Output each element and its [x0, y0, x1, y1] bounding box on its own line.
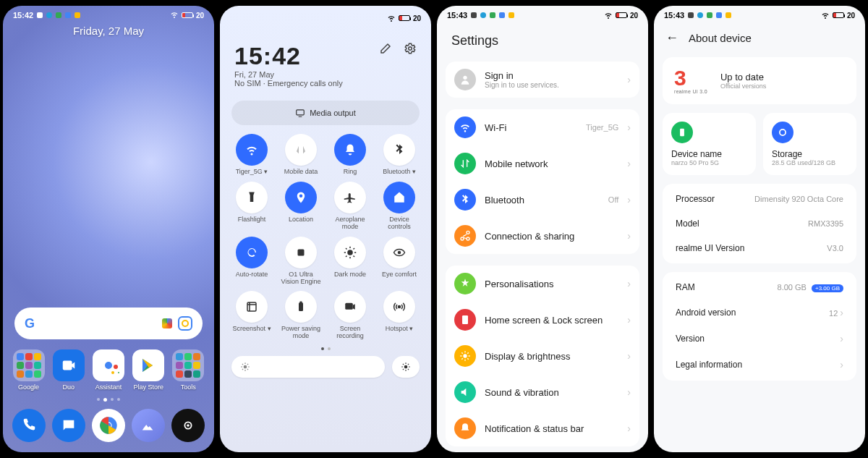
row-icon	[454, 273, 476, 294]
lock-date: Friday, 27 May	[3, 25, 214, 37]
qs-tile-bluetooth[interactable]: Bluetooth ▾	[375, 134, 424, 176]
telegram-icon	[46, 12, 52, 18]
row-sign-in[interactable]: Sign in Sign in to use services. ›	[446, 62, 639, 98]
row-version[interactable]: Version ›	[663, 326, 856, 352]
dock-chrome[interactable]	[89, 409, 128, 442]
dock-phone[interactable]	[9, 409, 48, 442]
svg-point-9	[347, 250, 353, 255]
wifi-icon	[170, 10, 179, 20]
qs-tile-hotspot[interactable]: Hotspot ▾	[375, 291, 424, 340]
row-model[interactable]: Model RMX3395	[663, 211, 856, 236]
gear-icon	[471, 12, 477, 18]
qs-tile-eye-comfort[interactable]: Eye comfort	[375, 237, 424, 286]
ram-extension-badge: +3.00 GB	[812, 284, 843, 292]
wifi-icon	[604, 11, 613, 20]
row-mobile-network[interactable]: Mobile network ›	[446, 145, 639, 182]
qs-tile-location[interactable]: Location	[276, 182, 326, 231]
qs-tile-power-saving[interactable]: Power saving mode	[276, 291, 326, 340]
person-icon	[454, 69, 476, 90]
qs-tile-device-controls[interactable]: Device controls	[375, 182, 424, 231]
qs-tile-dark-mode[interactable]: Dark mode	[326, 237, 375, 286]
back-arrow-icon[interactable]: ←	[665, 30, 678, 46]
row-home-screen-lock-screen[interactable]: Home screen & Lock screen ›	[446, 302, 639, 338]
svg-point-17	[404, 365, 408, 369]
svg-rect-21	[680, 129, 684, 137]
google-search-bar[interactable]: G	[14, 308, 203, 339]
row-ram[interactable]: RAM 8.00 GB +3.00 GB	[663, 275, 856, 300]
qs-tile-ring[interactable]: Ring	[326, 134, 375, 176]
card-storage[interactable]: Storage 28.5 GB used/128 GB	[763, 113, 856, 175]
app-play-store[interactable]: Play Store	[129, 349, 168, 391]
row-wi-fi[interactable]: Wi-Fi Tiger_5G ›	[446, 109, 639, 145]
qs-tile-wifi[interactable]: Tiger_5G ▾	[227, 134, 276, 176]
qs-tile-screenshot[interactable]: Screenshot ▾	[227, 291, 276, 340]
wifi-icon	[387, 14, 396, 22]
status-bar: 15:43 20	[654, 6, 865, 23]
svg-rect-19	[462, 315, 468, 324]
app-assistant[interactable]: Assistant	[89, 349, 128, 391]
app-indicator-icon	[56, 12, 61, 18]
row-icon	[454, 225, 476, 247]
row-icon	[454, 189, 476, 211]
svg-rect-8	[298, 249, 305, 255]
app-tools-folder[interactable]: Tools	[169, 349, 208, 391]
lens-icon[interactable]	[178, 316, 192, 331]
media-output-button[interactable]: Media output	[231, 101, 420, 125]
brightness-slider[interactable]	[231, 356, 420, 378]
settings-gear-icon[interactable]	[404, 42, 417, 58]
row-realme-ui-version[interactable]: realme UI Version V3.0	[663, 236, 856, 260]
qs-tile-screen-recording[interactable]: Screen recording	[326, 291, 375, 340]
app-indicator-icon	[75, 12, 80, 18]
auto-brightness-button[interactable]	[392, 356, 420, 378]
qs-tile-auto-rotate[interactable]: Auto-rotate	[227, 237, 276, 286]
svg-point-15	[399, 306, 401, 308]
qs-tile-mobile-data[interactable]: Mobile data	[276, 134, 326, 176]
row-legal-information[interactable]: Legal information ›	[663, 352, 856, 378]
row-personalisations[interactable]: Personalisations ›	[446, 266, 639, 302]
screen-quick-settings: 20 15:42 Fri, 27 May No SIM · Emergency …	[220, 6, 431, 452]
qs-date: Fri, 27 May	[234, 70, 343, 79]
app-indicator-icon	[509, 12, 514, 18]
row-processor[interactable]: Processor Dimensity 920 Octa Core	[663, 187, 856, 211]
app-duo[interactable]: Duo	[49, 349, 88, 391]
row-icon	[454, 153, 476, 174]
app-row: Google Duo Assistant Play Store Tools	[3, 349, 214, 398]
google-logo: G	[25, 316, 35, 331]
app-indicator-icon	[65, 12, 71, 18]
chevron-right-icon: ›	[627, 122, 631, 133]
status-time: 15:42	[13, 11, 33, 20]
svg-point-10	[399, 251, 401, 253]
row-sound-vibration[interactable]: Sound & vibration ›	[446, 374, 639, 410]
dock-messages[interactable]	[49, 409, 88, 442]
row-display-brightness[interactable]: Display & brightness ›	[446, 338, 639, 374]
row-icon	[454, 116, 476, 138]
chevron-right-icon: ›	[627, 74, 631, 85]
page-title: About device	[689, 32, 752, 44]
battery-pct: 20	[196, 12, 204, 20]
chevron-right-icon: ›	[627, 314, 631, 326]
svg-point-20	[463, 354, 467, 357]
app-indicator-icon	[707, 12, 712, 18]
dock-gallery[interactable]	[129, 409, 168, 442]
card-up-to-date[interactable]: 3 realme UI 3.0 Up to date Official vers…	[663, 57, 856, 104]
row-notification-status-bar[interactable]: Notification & status bar ›	[446, 410, 639, 446]
row-connection-sharing[interactable]: Connection & sharing ›	[446, 218, 639, 254]
status-bar: 20	[220, 6, 431, 29]
edit-icon[interactable]	[379, 42, 392, 58]
row-bluetooth[interactable]: Bluetooth Off ›	[446, 182, 639, 218]
qs-tile-flashlight[interactable]: Flashlight	[227, 182, 276, 231]
mic-icon[interactable]	[162, 318, 172, 328]
dock-camera[interactable]	[169, 409, 208, 442]
card-device-name[interactable]: Device name narzo 50 Pro 5G	[663, 113, 756, 175]
svg-point-6	[409, 47, 412, 51]
qs-tile-airplane[interactable]: Aeroplane mode	[326, 182, 375, 231]
svg-rect-7	[297, 110, 305, 115]
screen-home: 15:42 20 Friday, 27 May G Google	[3, 6, 214, 452]
telegram-icon	[480, 12, 486, 18]
row-icon	[454, 345, 476, 367]
row-android-version[interactable]: Android version 12 ›	[663, 300, 856, 326]
wifi-icon	[821, 11, 830, 20]
qs-tile-vision-engine[interactable]: O1 Ultra Vision Engine	[276, 237, 326, 286]
app-google-folder[interactable]: Google	[9, 349, 48, 391]
row-icon	[454, 381, 476, 403]
